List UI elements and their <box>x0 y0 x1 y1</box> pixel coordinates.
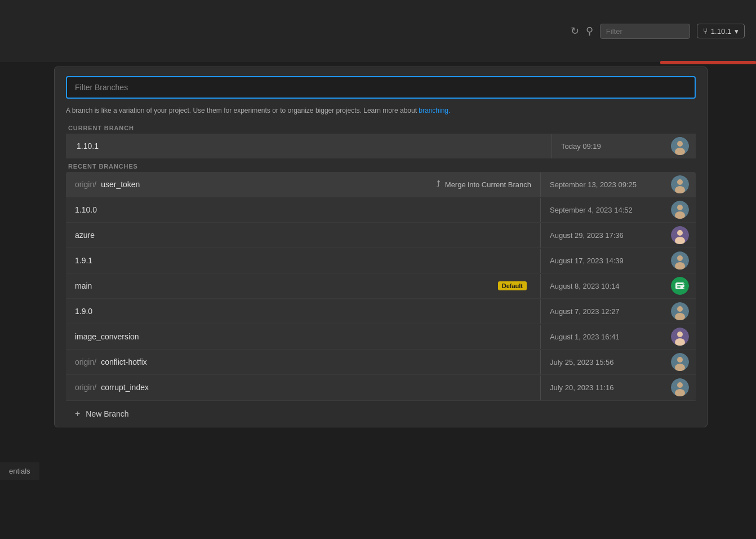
branch-avatar <box>671 353 689 371</box>
branch-avatar <box>671 251 689 270</box>
branch-avatar <box>671 201 689 219</box>
svg-point-4 <box>677 179 683 185</box>
branch-item[interactable]: main Default August 8, 2023 10:14 <box>66 273 696 299</box>
branch-prefix: origin/ <box>75 383 96 392</box>
default-badge: Default <box>498 281 527 290</box>
branch-avatar <box>671 226 689 244</box>
svg-rect-18 <box>677 286 681 288</box>
branch-name-cell: azure <box>66 223 540 248</box>
filter-icon[interactable]: ⚲ <box>586 25 593 37</box>
branch-name-cell: main Default <box>66 273 540 298</box>
branch-date: July 20, 2023 11:16 <box>540 375 664 400</box>
avatar-image <box>671 137 689 155</box>
branch-avatar <box>671 328 689 346</box>
branch-name: 1.9.1 <box>75 256 92 265</box>
merge-button-area[interactable]: ⤴ Merge into Current Branch <box>427 179 540 189</box>
branch-name: conflict-hotfix <box>101 357 147 366</box>
branch-date: September 13, 2023 09:25 <box>540 173 664 197</box>
svg-point-10 <box>677 230 683 236</box>
branch-selector[interactable]: ⑂ 1.10.1 ▾ <box>697 24 745 38</box>
current-branch-label: CURRENT BRANCH <box>66 125 696 131</box>
branch-filter-input[interactable] <box>66 76 696 99</box>
branch-date: August 1, 2023 16:41 <box>540 325 664 349</box>
plus-icon: + <box>75 409 80 419</box>
branch-item[interactable]: 1.9.0 August 7, 2023 12:27 <box>66 299 696 324</box>
branch-modal: A branch is like a variation of your pro… <box>54 67 708 427</box>
chevron-down-icon: ▾ <box>735 27 739 36</box>
toolbar-filter-input[interactable] <box>600 24 690 39</box>
merge-icon: ⤴ <box>436 179 441 189</box>
current-branch-date: Today 09:19 <box>552 134 664 158</box>
branch-name: corrupt_index <box>101 383 149 392</box>
toolbar: ↻ ⚲ ⑂ 1.10.1 ▾ <box>0 0 756 62</box>
branch-avatar <box>671 302 689 320</box>
branch-name-cell: 1.9.0 <box>66 299 540 324</box>
svg-point-23 <box>677 332 683 337</box>
svg-point-20 <box>677 306 683 312</box>
branch-name-cell: origin/conflict-hotfix <box>66 350 540 374</box>
branch-name-cell: image_conversion <box>66 324 540 349</box>
svg-point-1 <box>677 141 683 147</box>
branch-name-cell: 1.9.1 <box>66 248 540 273</box>
branch-date: August 17, 2023 14:39 <box>540 249 664 273</box>
new-branch-label: New Branch <box>86 409 128 418</box>
sidebar-credentials: entials <box>0 462 39 480</box>
current-branch-row[interactable]: 1.10.1 Today 09:19 <box>66 134 696 158</box>
svg-rect-16 <box>675 282 684 289</box>
branch-avatar <box>671 378 689 396</box>
branch-prefix: origin/ <box>75 357 96 366</box>
branch-item[interactable]: origin/conflict-hotfix July 25, 2023 15:… <box>66 350 696 375</box>
branch-item[interactable]: azure August 29, 2023 17:36 <box>66 223 696 248</box>
refresh-icon[interactable]: ↻ <box>571 25 579 37</box>
svg-point-26 <box>677 357 683 363</box>
branch-item[interactable]: image_conversion August 1, 2023 16:41 <box>66 324 696 350</box>
branch-item[interactable]: origin/user_token ⤴ Merge into Current B… <box>66 172 696 197</box>
modal-inner: A branch is like a variation of your pro… <box>55 67 707 427</box>
branch-item[interactable]: 1.9.1 August 17, 2023 14:39 <box>66 248 696 273</box>
new-branch-row[interactable]: + New Branch <box>66 400 696 427</box>
branch-date: July 25, 2023 15:56 <box>540 350 664 374</box>
branch-avatar <box>671 277 689 295</box>
branch-item[interactable]: 1.10.0 September 4, 2023 14:52 <box>66 197 696 223</box>
branch-icon: ⑂ <box>703 26 708 36</box>
branch-description: A branch is like a variation of your pro… <box>66 105 696 116</box>
branch-name: 1.10.0 <box>75 205 97 214</box>
branch-name: azure <box>75 231 95 240</box>
branch-name-cell: 1.10.0 <box>66 197 540 222</box>
branch-name: user_token <box>101 180 140 189</box>
branch-name-cell: origin/user_token <box>66 172 427 197</box>
recent-branches-label: RECENT BRANCHES <box>66 163 696 170</box>
current-branch-avatar <box>671 137 689 155</box>
branch-date: August 7, 2023 12:27 <box>540 299 664 324</box>
branch-avatar <box>671 175 689 193</box>
branch-list: origin/user_token ⤴ Merge into Current B… <box>66 172 696 400</box>
branch-prefix: origin/ <box>75 180 96 189</box>
svg-point-7 <box>677 205 683 210</box>
branch-name: image_conversion <box>75 332 139 341</box>
svg-rect-17 <box>677 284 683 285</box>
branch-date: August 29, 2023 17:36 <box>540 223 664 248</box>
branching-link[interactable]: branching. <box>419 107 450 114</box>
branch-date: August 8, 2023 10:14 <box>540 274 664 298</box>
current-branch-name: 1.10.1 <box>68 134 552 158</box>
svg-point-29 <box>677 382 683 388</box>
merge-label: Merge into Current Branch <box>445 180 531 189</box>
branch-item[interactable]: origin/corrupt_index July 20, 2023 11:16 <box>66 375 696 400</box>
branch-name: main <box>75 281 92 290</box>
branch-date: September 4, 2023 14:52 <box>540 198 664 222</box>
svg-point-13 <box>677 255 683 261</box>
branch-name-cell: origin/corrupt_index <box>66 375 540 400</box>
current-branch-pill-label: 1.10.1 <box>711 27 731 36</box>
branch-name: 1.9.0 <box>75 307 92 316</box>
progress-bar <box>660 61 756 64</box>
